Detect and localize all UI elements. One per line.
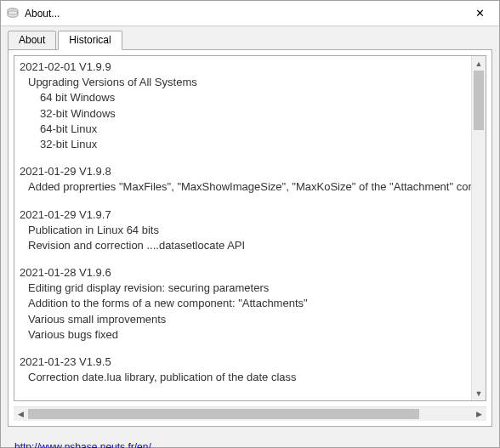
website-link[interactable]: http://www.nsbase.neuts.fr/en/ bbox=[14, 441, 151, 448]
history-entry: 2021-01-23 V1.9.5Correction date.lua lib… bbox=[20, 354, 466, 385]
entry-line: 64-bit Linux bbox=[20, 122, 466, 137]
titlebar: About... ✕ bbox=[1, 1, 499, 26]
about-dialog: About... ✕ About Historical 2021-02-01 V… bbox=[0, 0, 500, 448]
entry-line: 32-bit Linux bbox=[20, 137, 466, 152]
scroll-hthumb[interactable] bbox=[28, 409, 419, 419]
scroll-htrack[interactable] bbox=[28, 407, 472, 421]
scroll-right-button[interactable]: ▶ bbox=[472, 407, 486, 421]
entry-line: 64 bit Windows bbox=[20, 90, 466, 105]
scroll-down-button[interactable]: ▼ bbox=[472, 386, 486, 400]
history-entry: 2021-01-29 V1.9.7Publication in Linux 64… bbox=[20, 207, 466, 254]
scroll-up-button[interactable]: ▲ bbox=[472, 56, 486, 71]
entry-line: Various small improvements bbox=[20, 312, 466, 327]
entry-line: Correction date.lua library, publication… bbox=[20, 370, 466, 385]
scroll-vthumb[interactable] bbox=[474, 71, 484, 130]
close-icon: ✕ bbox=[475, 8, 485, 19]
close-button[interactable]: ✕ bbox=[460, 1, 499, 26]
entry-line: Revision and correction ....datasetlocat… bbox=[20, 238, 466, 253]
app-icon bbox=[6, 7, 20, 20]
entry-line: 32-bit Windows bbox=[20, 106, 466, 122]
history-entry: 2021-01-29 V1.9.8Added proprerties "MaxF… bbox=[20, 164, 466, 195]
history-textbox: 2021-02-01 V1.9.9Upgrading Versions of A… bbox=[14, 55, 486, 401]
history-entry: 2021-02-01 V1.9.9Upgrading Versions of A… bbox=[20, 60, 466, 152]
entry-line: Upgrading Versions of All Systems bbox=[20, 75, 466, 90]
entry-line: Editing grid display revision: securing … bbox=[20, 281, 466, 296]
scroll-left-button[interactable]: ◀ bbox=[14, 407, 28, 421]
dialog-footer: http://www.nsbase.neuts.fr/en/ https://s… bbox=[1, 434, 499, 448]
tab-historical[interactable]: Historical bbox=[58, 31, 122, 50]
entry-header: 2021-01-28 V1.9.6 bbox=[20, 265, 466, 281]
entry-line: Added proprerties "MaxFiles", "MaxShowIm… bbox=[20, 179, 466, 195]
client-area: About Historical 2021-02-01 V1.9.9Upgrad… bbox=[1, 26, 499, 434]
vertical-scrollbar[interactable]: ▲ ▼ bbox=[471, 56, 486, 400]
window-title: About... bbox=[25, 8, 460, 20]
entry-header: 2021-01-29 V1.9.7 bbox=[20, 207, 466, 223]
entry-line: Addition to the forms of a new component… bbox=[20, 296, 466, 311]
entry-header: 2021-02-01 V1.9.9 bbox=[20, 60, 466, 75]
entry-line: Various bugs fixed bbox=[20, 327, 466, 343]
entry-header: 2021-01-23 V1.9.5 bbox=[20, 354, 466, 370]
history-content[interactable]: 2021-02-01 V1.9.9Upgrading Versions of A… bbox=[14, 56, 471, 400]
history-entry: 2021-01-28 V1.9.6Editing grid display re… bbox=[20, 265, 466, 343]
entry-line: Publication in Linux 64 bits bbox=[20, 223, 466, 238]
tab-about[interactable]: About bbox=[8, 31, 56, 50]
scroll-vtrack[interactable] bbox=[472, 71, 486, 386]
horizontal-scrollbar[interactable]: ◀ ▶ bbox=[14, 406, 486, 421]
tab-panel-historical: 2021-02-01 V1.9.9Upgrading Versions of A… bbox=[8, 49, 492, 427]
tab-strip: About Historical bbox=[8, 31, 492, 50]
entry-header: 2021-01-29 V1.9.8 bbox=[20, 164, 466, 179]
